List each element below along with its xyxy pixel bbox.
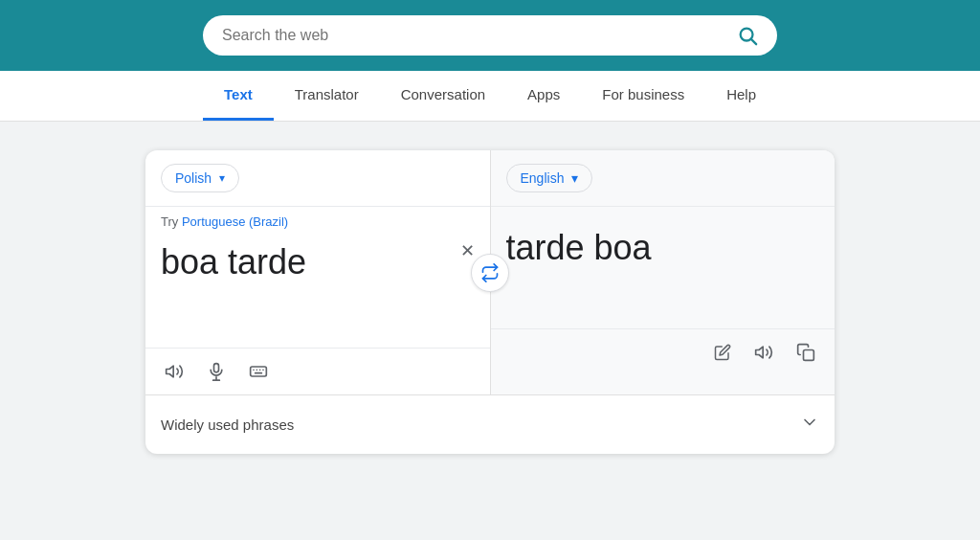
translator-card: Polish ▾ Try Portuguese (Brazil) boa tar…	[145, 150, 835, 454]
target-lang-label: English	[521, 170, 565, 186]
source-text: boa tarde	[161, 240, 475, 285]
phrases-label: Widely used phrases	[161, 416, 294, 433]
header	[0, 0, 980, 71]
navigation: Text Translator Conversation Apps For bu…	[0, 71, 980, 122]
source-lang-chevron-icon: ▾	[219, 171, 225, 185]
svg-marker-12	[756, 347, 764, 358]
translation-panels: Polish ▾ Try Portuguese (Brazil) boa tar…	[145, 150, 835, 394]
search-button[interactable]	[737, 25, 758, 46]
nav-items: Text Translator Conversation Apps For bu…	[203, 71, 777, 121]
target-text: tarde boa	[506, 226, 820, 271]
search-bar-container	[203, 15, 777, 56]
source-lang-selector: Polish ▾	[145, 150, 490, 207]
swap-button[interactable]	[471, 254, 509, 292]
nav-item-help[interactable]: Help	[705, 71, 777, 121]
copy-button[interactable]	[792, 339, 819, 366]
mic-button[interactable]	[203, 358, 230, 385]
language-suggestion: Try Portuguese (Brazil)	[145, 207, 490, 233]
target-lang-selector: English ▾	[491, 150, 835, 207]
source-panel: Polish ▾ Try Portuguese (Brazil) boa tar…	[145, 150, 491, 394]
svg-marker-2	[167, 366, 174, 377]
svg-rect-3	[214, 364, 219, 372]
widely-used-phrases[interactable]: Widely used phrases	[145, 394, 835, 454]
source-text-area: boa tarde ✕	[145, 233, 490, 348]
main-content: Polish ▾ Try Portuguese (Brazil) boa tar…	[0, 122, 980, 483]
target-text-area: tarde boa	[491, 207, 835, 328]
suggest-lang-link[interactable]: Portuguese (Brazil)	[182, 214, 288, 229]
phrases-chevron-icon	[800, 413, 819, 437]
target-lang-chevron-icon: ▾	[571, 170, 578, 186]
nav-item-for-business[interactable]: For business	[581, 71, 705, 121]
nav-item-apps[interactable]: Apps	[506, 71, 581, 121]
keyboard-button[interactable]	[245, 358, 272, 385]
target-toolbar	[491, 328, 835, 375]
edit-button[interactable]	[710, 340, 735, 365]
nav-item-text[interactable]: Text	[203, 71, 274, 121]
nav-item-translator[interactable]: Translator	[274, 71, 380, 121]
source-lang-dropdown[interactable]: Polish ▾	[161, 164, 239, 192]
svg-rect-13	[804, 349, 814, 360]
source-toolbar	[145, 348, 490, 394]
search-input[interactable]	[222, 27, 737, 44]
svg-line-1	[751, 39, 756, 44]
target-speaker-button[interactable]	[750, 339, 777, 366]
target-lang-dropdown[interactable]: English ▾	[506, 164, 593, 192]
nav-item-conversation[interactable]: Conversation	[380, 71, 506, 121]
svg-rect-6	[251, 367, 267, 376]
source-speaker-button[interactable]	[161, 358, 188, 385]
source-lang-label: Polish	[175, 170, 212, 186]
target-panel: English ▾ tarde boa	[491, 150, 835, 394]
clear-button[interactable]: ✕	[460, 240, 475, 261]
